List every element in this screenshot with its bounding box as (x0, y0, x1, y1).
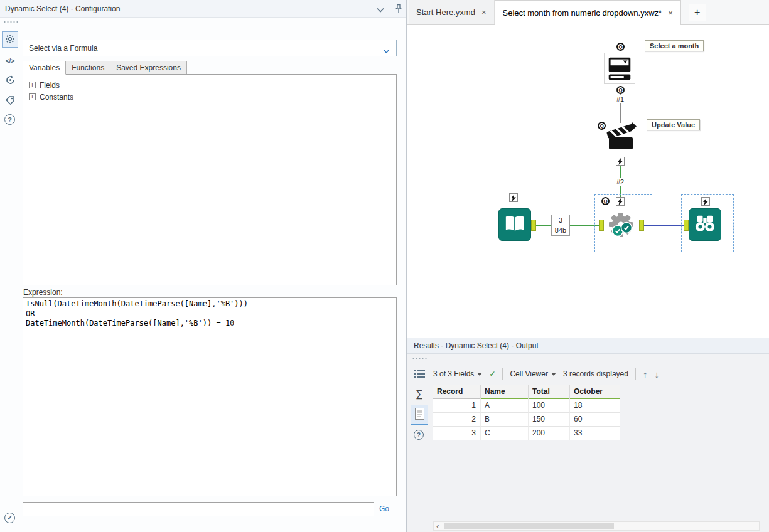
action-tool[interactable] (604, 120, 638, 154)
lightning-anchor-icon[interactable] (509, 193, 518, 202)
badge-record-count: 3 (552, 215, 569, 225)
plus-icon: + (694, 7, 700, 18)
book-icon (500, 210, 529, 240)
input-anchor[interactable] (599, 220, 604, 231)
dropdown-tool[interactable] (604, 53, 635, 84)
column-header-total[interactable]: Total (529, 385, 570, 399)
tab-functions[interactable]: Functions (66, 61, 110, 75)
records-view-button[interactable] (411, 405, 428, 425)
new-tab-button[interactable]: + (689, 4, 706, 21)
connection-label-1: #1 (615, 95, 626, 103)
config-gripper[interactable] (3, 21, 18, 23)
tag-icon (5, 95, 15, 107)
horizontal-scrollbar[interactable]: ‹ (433, 521, 760, 531)
up-arrow-icon: ↑ (643, 369, 648, 380)
expression-search-input[interactable] (23, 502, 374, 516)
tab-saved-expressions[interactable]: Saved Expressions (110, 61, 187, 75)
cell-total: 150 (529, 413, 570, 427)
fields-dropdown[interactable]: 3 of 3 Fields (433, 370, 482, 378)
expression-editor[interactable]: IsNull(DateTimeMonth(DateTimeParse([Name… (23, 297, 397, 496)
scroll-left-button[interactable]: ‹ (436, 521, 439, 531)
workflow-canvas[interactable]: Q Select a month Q #1 Q Update Value (407, 25, 769, 338)
expression-text: IsNull(DateTimeMonth(DateTimeParse([Name… (26, 299, 394, 329)
results-help-button[interactable]: ? (414, 430, 424, 440)
formula-mode-select[interactable]: Select via a Formula (23, 40, 397, 56)
results-gripper[interactable] (412, 358, 427, 360)
results-title: Results - Dynamic Select (4) - Output (414, 341, 539, 350)
tree-item-label: Constants (40, 93, 73, 102)
expander-plus-icon[interactable]: + (29, 93, 36, 100)
tree-item-fields[interactable]: + Fields (23, 79, 396, 91)
table-row[interactable]: 3 C 200 33 (433, 427, 620, 440)
lightning-anchor-icon[interactable] (616, 197, 625, 206)
tree-item-constants[interactable]: + Constants (23, 91, 396, 103)
apply-check-icon[interactable]: ✓ (489, 370, 495, 378)
collapse-chevron-icon[interactable] (377, 6, 384, 14)
down-arrow-icon: ↓ (654, 369, 659, 380)
connection-green-left[interactable] (536, 225, 551, 226)
pin-icon[interactable] (394, 4, 403, 16)
output-anchor[interactable] (531, 220, 536, 231)
help-button[interactable]: ? (4, 114, 15, 125)
config-panel: Dynamic Select (4) - Configuration </ (0, 0, 407, 532)
variables-tree: + Fields + Constants (23, 74, 397, 285)
config-panel-title: Dynamic Select (4) - Configuration (5, 4, 120, 13)
q-anchor-icon[interactable]: Q (601, 197, 610, 205)
chevron-down-icon (383, 46, 390, 55)
browse-tool[interactable] (689, 208, 721, 241)
scroll-down-button[interactable]: ↓ (654, 369, 659, 380)
cell-name: C (481, 427, 529, 440)
connection-badge[interactable]: 3 84b (551, 215, 570, 236)
go-button[interactable]: Go (379, 504, 389, 513)
close-tab-icon[interactable]: × (481, 8, 487, 17)
xml-view-button[interactable]: </> (2, 53, 18, 69)
scroll-up-button[interactable]: ↑ (643, 369, 648, 380)
tab-variables[interactable]: Variables (23, 61, 66, 75)
columns-config-button[interactable] (412, 368, 426, 381)
document-tab-bar: Start Here.yxmd × Select month from nume… (407, 0, 769, 25)
badge-size: 84b (552, 225, 569, 235)
input-data-tool[interactable] (498, 208, 531, 241)
input-anchor[interactable] (684, 220, 689, 231)
cell-record: 3 (433, 427, 481, 440)
column-header-record[interactable]: Record (433, 385, 481, 399)
q-anchor-icon[interactable]: Q (616, 86, 625, 94)
output-anchor[interactable] (639, 220, 644, 231)
document-icon (415, 408, 424, 422)
help-icon: ? (4, 114, 15, 125)
gear-icon (5, 34, 15, 46)
tree-item-label: Fields (40, 81, 60, 90)
close-tab-icon[interactable]: × (668, 8, 673, 18)
records-displayed: 3 records displayed (563, 370, 628, 378)
results-panel: Results - Dynamic Select (4) - Output ∑ (407, 338, 769, 532)
dynamic-select-tool[interactable] (604, 208, 639, 243)
results-table: Record Name Total October 1 A 100 18 2 B… (433, 385, 620, 440)
table-row[interactable]: 1 A 100 18 (433, 399, 620, 413)
validate-button[interactable]: ✓ (4, 513, 15, 523)
annotation-select-a-month[interactable]: Select a month (645, 40, 704, 51)
column-header-name[interactable]: Name (481, 385, 529, 399)
configuration-view-button[interactable] (2, 31, 18, 48)
sum-view-button[interactable]: ∑ (412, 387, 426, 401)
lightning-anchor-icon[interactable] (616, 157, 625, 166)
annotation-view-button[interactable] (2, 93, 18, 109)
table-row[interactable]: 2 B 150 60 (433, 413, 620, 427)
tab-select-month[interactable]: Select month from numeric dropdown.yxwz*… (495, 0, 681, 24)
q-anchor-icon[interactable]: Q (616, 43, 625, 51)
cell-name: A (481, 399, 529, 413)
cell-total: 200 (529, 427, 570, 440)
cell-viewer-dropdown[interactable]: Cell Viewer (510, 370, 556, 378)
column-header-october[interactable]: October (570, 385, 620, 399)
cell-october: 33 (570, 427, 620, 440)
toolbar-separator (502, 368, 503, 380)
tab-label: Start Here.yxmd (416, 8, 475, 17)
expander-plus-icon[interactable]: + (29, 82, 36, 88)
cell-october: 60 (570, 413, 620, 427)
refresh-view-button[interactable] (2, 73, 18, 89)
annotation-update-value[interactable]: Update Value (647, 119, 700, 130)
cell-record: 2 (433, 413, 481, 427)
scrollbar-thumb[interactable] (444, 523, 614, 529)
lightning-anchor-icon[interactable] (701, 197, 710, 206)
tab-start-here[interactable]: Start Here.yxmd × (409, 0, 495, 24)
formula-mode-value: Select via a Formula (29, 44, 97, 53)
